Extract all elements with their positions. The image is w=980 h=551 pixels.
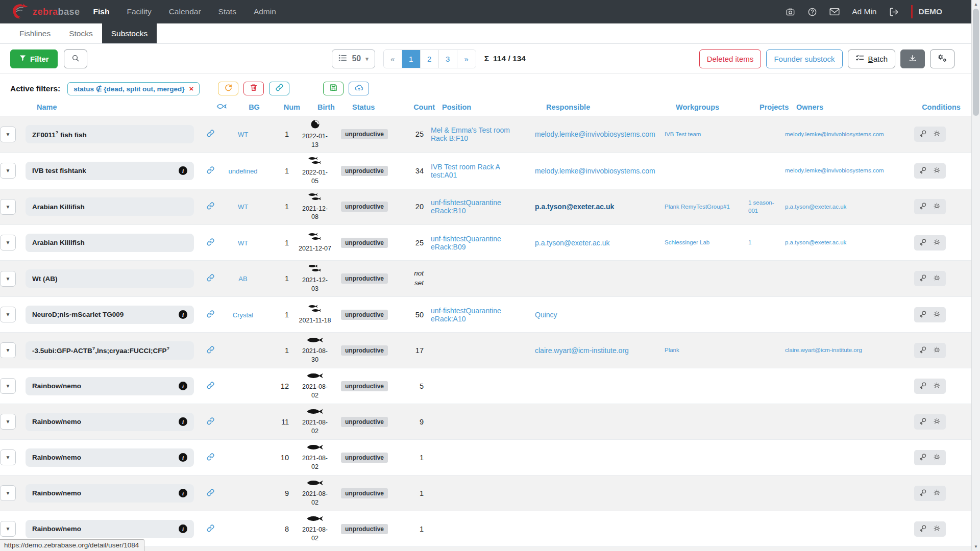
conditions-pill[interactable] (914, 163, 946, 179)
row-expand-button[interactable]: ▼ (0, 235, 16, 251)
row-expand-button[interactable]: ▼ (0, 521, 16, 537)
row-expand-button[interactable]: ▼ (0, 163, 16, 179)
filter-button[interactable]: Filter (10, 49, 58, 68)
bg-link[interactable]: Crystal (233, 311, 253, 319)
position-link[interactable]: unf-fishtestQuarantine eRack:B10 (431, 198, 501, 215)
substock-name-field[interactable]: ZF0011? fish fish (26, 125, 194, 143)
link-icon[interactable] (207, 310, 214, 319)
scrollbar-thumb[interactable] (973, 9, 979, 116)
row-expand-button[interactable]: ▼ (0, 271, 16, 287)
info-icon[interactable]: i (179, 453, 187, 462)
column-header-position[interactable]: Position (442, 103, 539, 111)
link-icon[interactable] (207, 382, 214, 391)
download-button[interactable] (900, 49, 925, 68)
column-header-conditions[interactable]: Conditions (922, 103, 961, 111)
page-3-button[interactable]: 3 (439, 50, 457, 68)
owner-link[interactable]: p.a.tyson@exeter.ac.uk (785, 239, 846, 245)
link-icon[interactable] (207, 130, 214, 139)
column-header-owners[interactable]: Owners (796, 103, 909, 111)
link-icon[interactable] (207, 524, 214, 534)
link-icon[interactable] (207, 202, 214, 211)
substock-name-field[interactable]: Wt (AB) (26, 269, 194, 288)
responsible-link[interactable]: p.a.tyson@exeter.ac.uk (535, 203, 614, 211)
owner-link[interactable]: claire.wyart@icm-institute.org (785, 347, 862, 353)
tab-stocks[interactable]: Stocks (60, 23, 102, 43)
responsible-link[interactable]: melody.lemke@invivobiosystems.com (535, 167, 655, 175)
bg-link[interactable]: WT (238, 203, 248, 211)
save-filter-button[interactable] (323, 82, 344, 95)
position-link[interactable]: Mel & Emma's Test room Rack B:F10 (431, 126, 510, 142)
link-icon[interactable] (207, 417, 214, 427)
info-icon[interactable]: i (179, 524, 187, 533)
column-header-projects[interactable]: Projects (760, 103, 789, 111)
menu-item-stats[interactable]: Stats (218, 7, 236, 16)
refresh-filters-button[interactable] (218, 82, 238, 95)
conditions-pill[interactable] (914, 235, 946, 251)
column-header-responsible[interactable]: Responsible (546, 103, 669, 111)
search-button[interactable] (64, 49, 87, 68)
camera-icon[interactable] (786, 7, 795, 17)
row-expand-button[interactable]: ▼ (0, 449, 16, 465)
menu-item-fish[interactable]: Fish (93, 7, 110, 16)
responsible-link[interactable]: claire.wyart@icm-institute.org (535, 346, 629, 355)
user-menu[interactable]: Ad Min (852, 7, 876, 16)
app-logo[interactable]: zebrabase (10, 3, 80, 21)
column-header-bg[interactable]: BG (249, 103, 260, 111)
page-prev-button[interactable]: « (384, 50, 402, 68)
row-expand-button[interactable]: ▼ (0, 414, 16, 430)
responsible-link[interactable]: melody.lemke@invivobiosystems.com (535, 130, 655, 138)
workgroup-link[interactable]: Schlessinger Lab (665, 239, 709, 245)
workgroup-link[interactable]: Plank RemyTestGroup#1 (665, 204, 730, 210)
logout-icon[interactable] (889, 7, 899, 17)
settings-button[interactable] (930, 49, 954, 68)
substock-name-field[interactable]: Arabian Killifish (26, 234, 194, 252)
row-expand-button[interactable]: ▼ (0, 307, 16, 322)
link-icon[interactable] (207, 453, 214, 462)
column-header-num[interactable]: Num (284, 103, 300, 111)
conditions-pill[interactable] (914, 199, 946, 214)
conditions-pill[interactable] (914, 521, 946, 537)
batch-button[interactable]: Batch (848, 49, 895, 68)
link-icon[interactable] (207, 489, 214, 498)
copy-filter-link-button[interactable] (269, 82, 289, 95)
menu-item-admin[interactable]: Admin (254, 7, 276, 16)
column-header-name[interactable]: Name (37, 103, 205, 111)
link-icon[interactable] (207, 166, 214, 176)
info-icon[interactable]: i (179, 382, 187, 390)
conditions-pill[interactable] (914, 379, 946, 394)
substock-name-field[interactable]: -3.5ubi:GFP-ACTB?,Ins;cryaa:FUCCI;CFP? (26, 341, 194, 360)
menu-item-facility[interactable]: Facility (127, 7, 151, 16)
filter-chip-status[interactable]: status ∉ {dead, split out, merged} × (67, 82, 200, 95)
workgroup-link[interactable]: Plank (665, 347, 679, 353)
column-header-status[interactable]: Status (352, 103, 403, 111)
position-link[interactable]: unf-fishtestQuarantine eRack:B09 (431, 235, 501, 251)
owner-link[interactable]: melody.lemke@invivobiosystems.com (785, 167, 884, 173)
page-1-button[interactable]: 1 (402, 50, 421, 68)
row-expand-button[interactable]: ▼ (0, 342, 16, 358)
info-icon[interactable]: i (179, 166, 187, 175)
substock-name-field[interactable]: Rainbow/nemoi (26, 520, 194, 538)
conditions-pill[interactable] (914, 414, 946, 430)
conditions-pill[interactable] (914, 127, 946, 142)
link-icon[interactable] (207, 274, 214, 283)
scroll-up-arrow[interactable]: ▲ (972, 0, 980, 9)
substock-name-field[interactable]: Rainbow/nemoi (26, 377, 194, 395)
substock-name-field[interactable]: Arabian Killifish (26, 197, 194, 216)
responsible-link[interactable]: p.a.tyson@exeter.ac.uk (535, 239, 610, 247)
project-link[interactable]: 1 season-001 (748, 199, 774, 214)
mail-icon[interactable] (829, 8, 840, 16)
remove-filter-icon[interactable]: × (189, 85, 194, 92)
info-icon[interactable]: i (179, 417, 187, 426)
tab-fishlines[interactable]: Fishlines (10, 23, 60, 43)
row-expand-button[interactable]: ▼ (0, 127, 16, 142)
substock-name-field[interactable]: Rainbow/nemoi (26, 448, 194, 467)
column-header-birth[interactable]: Birth (317, 103, 335, 111)
menu-item-calendar[interactable]: Calendar (169, 7, 201, 16)
substock-name-field[interactable]: Rainbow/nemoi (26, 484, 194, 503)
conditions-pill[interactable] (914, 450, 946, 465)
link-icon[interactable] (207, 238, 214, 247)
row-expand-button[interactable]: ▼ (0, 485, 16, 501)
conditions-pill[interactable] (914, 307, 946, 322)
bg-link[interactable]: undefined (228, 167, 257, 175)
info-icon[interactable]: i (179, 310, 187, 319)
